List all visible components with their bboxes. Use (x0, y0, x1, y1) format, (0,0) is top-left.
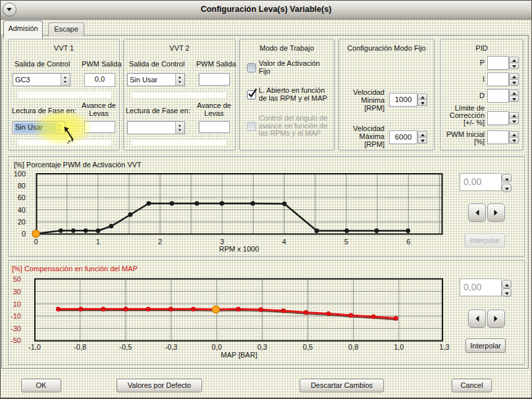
svg-text:0: 0 (34, 238, 38, 246)
svg-text:0: 0 (22, 230, 26, 238)
svg-text:30: 30 (13, 288, 21, 296)
svg-text:0,0: 0,0 (212, 343, 222, 351)
svg-text:20: 20 (18, 218, 26, 226)
svg-text:[%] Compensación en función de: [%] Compensación en función del MAP (12, 265, 138, 273)
svg-text:5: 5 (344, 238, 348, 246)
svg-text:-30: -30 (11, 325, 21, 332)
svg-text:-1,0: -1,0 (28, 343, 41, 351)
svg-text:1: 1 (96, 238, 100, 246)
svg-text:MAP [BAR]: MAP [BAR] (221, 351, 257, 359)
svg-text:-0,3: -0,3 (165, 343, 178, 351)
svg-text:80: 80 (18, 182, 26, 190)
svg-text:1,3: 1,3 (439, 343, 449, 351)
svg-text:0,3: 0,3 (257, 343, 267, 351)
svg-text:50: 50 (13, 275, 21, 283)
svg-text:4: 4 (282, 238, 286, 246)
svg-text:40: 40 (18, 206, 26, 214)
svg-text:-10: -10 (11, 312, 21, 320)
svg-text:-0,5: -0,5 (119, 343, 132, 351)
svg-text:-0,8: -0,8 (74, 343, 86, 351)
svg-text:0,8: 0,8 (348, 343, 358, 351)
svg-text:60: 60 (18, 194, 26, 201)
svg-text:2: 2 (158, 238, 162, 246)
svg-text:10: 10 (13, 300, 21, 308)
svg-text:[%] Porcentaje PWM de Activaci: [%] Porcentaje PWM de Activación VVT (14, 161, 142, 169)
svg-text:6: 6 (406, 238, 410, 246)
svg-text:1,0: 1,0 (394, 343, 404, 351)
svg-text:-50: -50 (11, 336, 21, 344)
svg-text:RPM x 1000: RPM x 1000 (219, 245, 259, 253)
svg-text:100: 100 (14, 170, 26, 178)
svg-text:0,5: 0,5 (303, 343, 313, 351)
